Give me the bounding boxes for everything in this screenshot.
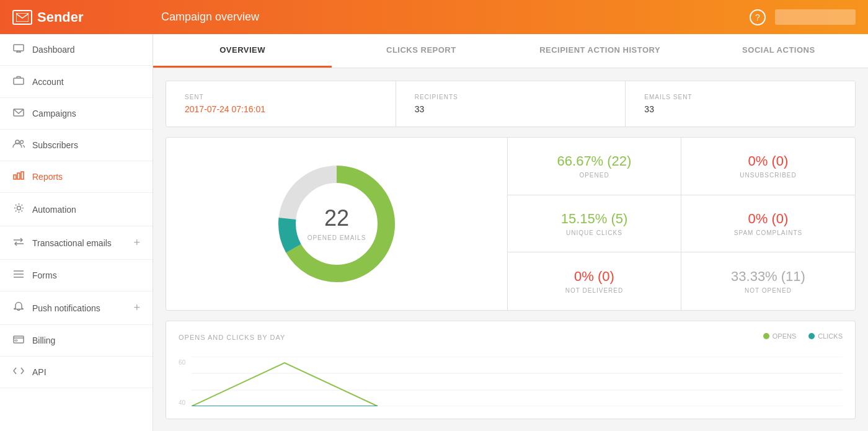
main-content: OVERVIEWCLICKS REPORTRECIPIENT ACTION HI… — [153, 34, 868, 431]
stat-emails-sent: EMAILS SENT 33 — [626, 81, 855, 127]
sidebar-label-reports: Reports — [32, 172, 63, 182]
donut-chart: 22 OPENED EMAILS — [275, 162, 399, 286]
metric-0: 66.67% (22)OPENED — [508, 138, 681, 195]
header-actions: ? — [750, 9, 856, 25]
gear-icon — [12, 203, 25, 216]
metric-4: 0% (0)NOT DELIVERED — [508, 252, 681, 310]
sidebar-label-transactional: Transactional emails — [32, 238, 112, 248]
sidebar-label-automation: Automation — [32, 205, 76, 215]
search-input[interactable] — [775, 9, 856, 25]
layout: DashboardAccountCampaignsSubscribersRepo… — [0, 34, 868, 431]
metric-percent-3: 0% (0) — [748, 211, 789, 227]
stat-emails-label: EMAILS SENT — [644, 94, 836, 100]
chart-title: OPENS AND CLICKS BY DAY — [179, 334, 285, 341]
metric-1: 0% (0)UNSUBSCRIBED — [681, 138, 855, 195]
svg-rect-1 — [14, 45, 24, 51]
sidebar-label-campaigns: Campaigns — [32, 109, 76, 118]
sidebar-item-transactional[interactable]: Transactional emails+ — [0, 226, 153, 260]
sidebar-item-billing[interactable]: Billing — [0, 325, 153, 357]
transactional-plus-icon[interactable]: + — [133, 236, 140, 249]
briefcase-icon — [12, 76, 25, 87]
metric-label-5: NOT OPENED — [745, 287, 792, 294]
metrics-grid: 66.67% (22)OPENED0% (0)UNSUBSCRIBED15.15… — [507, 138, 855, 310]
svg-rect-10 — [17, 173, 20, 179]
sidebar-item-forms[interactable]: Forms — [0, 260, 153, 291]
clicks-label: CLICKS — [818, 332, 843, 340]
stats-bar: SENT 2017-07-24 07:16:01 RECIPIENTS 33 E… — [166, 81, 856, 127]
sidebar-item-campaigns[interactable]: Campaigns — [0, 98, 153, 130]
metric-percent-0: 66.67% (22) — [557, 153, 632, 169]
people-icon — [12, 140, 25, 151]
svg-rect-0 — [16, 13, 29, 22]
sidebar-item-subscribers[interactable]: Subscribers — [0, 130, 153, 161]
metric-label-3: SPAM COMPLAINTS — [734, 229, 802, 236]
arrows-icon — [12, 238, 25, 249]
stat-sent-label: SENT — [185, 94, 377, 100]
metric-3: 0% (0)SPAM COMPLAINTS — [681, 195, 855, 253]
donut-label: OPENED EMAILS — [308, 234, 366, 241]
sidebar-label-account: Account — [32, 77, 64, 87]
tab-social[interactable]: SOCIAL ACTIONS — [689, 34, 868, 68]
overview-card: 22 OPENED EMAILS 66.67% (22)OPENED0% (0)… — [166, 137, 856, 311]
metric-percent-2: 15.15% (5) — [561, 211, 628, 227]
svg-rect-5 — [14, 78, 24, 84]
stat-sent: SENT 2017-07-24 07:16:01 — [166, 81, 396, 127]
sidebar-item-account[interactable]: Account — [0, 66, 153, 98]
sidebar-label-dashboard: Dashboard — [32, 45, 75, 55]
legend-clicks: CLICKS — [808, 332, 843, 340]
metric-percent-4: 0% (0) — [574, 269, 614, 285]
svg-rect-9 — [14, 175, 16, 179]
help-button[interactable]: ? — [750, 9, 766, 25]
svg-rect-18 — [15, 340, 17, 341]
push-plus-icon[interactable]: + — [133, 301, 140, 314]
metric-5: 33.33% (11)NOT OPENED — [681, 252, 855, 310]
svg-rect-16 — [14, 336, 24, 343]
donut-center: 22 OPENED EMAILS — [308, 205, 366, 242]
metric-label-0: OPENED — [579, 172, 609, 179]
sidebar-item-automation[interactable]: Automation — [0, 193, 153, 226]
bell-icon — [12, 301, 25, 314]
sidebar-item-dashboard[interactable]: Dashboard — [0, 34, 153, 66]
legend-opens: OPENS — [763, 332, 797, 340]
logo-text: Sender — [37, 9, 84, 25]
tab-clicks[interactable]: CLICKS REPORT — [332, 34, 510, 68]
tab-overview[interactable]: OVERVIEW — [153, 34, 332, 68]
donut-section: 22 OPENED EMAILS — [166, 138, 507, 310]
y-label-40: 40 — [179, 399, 185, 406]
page-title: Campaign overview — [161, 11, 750, 24]
sidebar-label-push: Push notifications — [32, 303, 100, 313]
bar-chart-icon — [12, 171, 25, 182]
chart-legend: OPENS CLICKS — [763, 332, 843, 340]
sidebar-label-subscribers: Subscribers — [32, 140, 78, 150]
opens-dot — [763, 333, 769, 339]
svg-rect-11 — [21, 172, 24, 179]
sidebar-item-push[interactable]: Push notifications+ — [0, 291, 153, 325]
sidebar-item-api[interactable]: API — [0, 357, 153, 388]
list-icon — [12, 270, 25, 281]
sidebar-label-forms: Forms — [32, 270, 57, 280]
y-label-60: 60 — [179, 359, 185, 366]
sidebar-label-billing: Billing — [32, 335, 55, 345]
header: Sender Campaign overview ? — [0, 0, 868, 34]
metric-label-2: UNIQUE CLICKS — [566, 229, 622, 236]
sidebar-label-api: API — [32, 367, 46, 377]
envelope-icon — [12, 108, 25, 119]
donut-number: 22 — [308, 205, 366, 231]
code-icon — [12, 367, 25, 378]
stat-recipients-value: 33 — [415, 104, 607, 114]
stat-sent-value: 2017-07-24 07:16:01 — [185, 104, 377, 114]
opens-label: OPENS — [773, 332, 797, 340]
chart-card: OPENS AND CLICKS BY DAY OPENS CLICKS — [166, 321, 856, 419]
metric-percent-1: 0% (0) — [748, 153, 789, 169]
monitor-icon — [12, 44, 25, 55]
tab-recipient[interactable]: RECIPIENT ACTION HISTORY — [511, 34, 689, 68]
sidebar: DashboardAccountCampaignsSubscribersRepo… — [0, 34, 153, 431]
sidebar-item-reports[interactable]: Reports — [0, 161, 153, 193]
metric-label-1: UNSUBSCRIBED — [740, 172, 796, 179]
content-area: SENT 2017-07-24 07:16:01 RECIPIENTS 33 E… — [153, 68, 868, 431]
clicks-dot — [808, 333, 815, 339]
metric-label-4: NOT DELIVERED — [565, 287, 623, 294]
tabs: OVERVIEWCLICKS REPORTRECIPIENT ACTION HI… — [153, 34, 868, 68]
svg-point-8 — [20, 141, 24, 144]
logo-icon — [12, 10, 32, 25]
